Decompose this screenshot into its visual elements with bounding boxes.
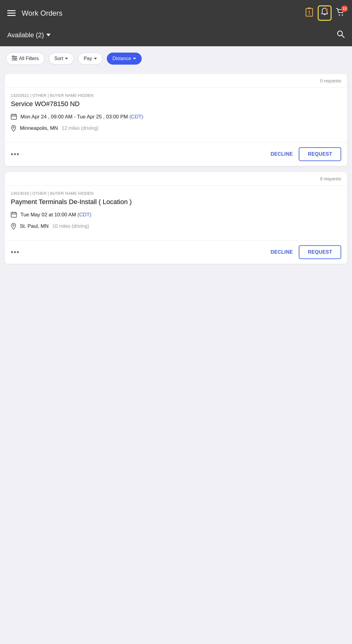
card-date-detail-2: Tue May 02 at 10:00 AM (CDT): [11, 211, 341, 219]
card-date-detail-1: Mon Apr 24 , 09:00 AM - Tue Apr 25 , 03:…: [11, 113, 341, 121]
calendar-icon-2: [11, 212, 17, 219]
chevron-down-icon: [46, 34, 51, 36]
alert-button[interactable]: [305, 7, 313, 19]
svg-rect-15: [11, 114, 17, 119]
work-orders-list: 0 requests 13202621 | OTHER | BUYER NAME…: [0, 71, 352, 271]
card-actions-2: ••• DECLINE REQUEST: [5, 240, 347, 264]
request-button-2[interactable]: REQUEST: [299, 245, 341, 259]
card-date-text-1: Mon Apr 24 , 09:00 AM - Tue Apr 25 , 03:…: [20, 113, 143, 121]
distance-button[interactable]: Distance: [107, 53, 142, 65]
header-actions: 13: [305, 5, 345, 21]
svg-point-6: [342, 14, 343, 16]
card-title-2: Payment Terminals De-Install ( Location …: [11, 198, 341, 206]
request-button-1[interactable]: REQUEST: [299, 147, 341, 161]
requests-count-2: 8 requests: [5, 172, 347, 186]
all-filters-button[interactable]: All Filters: [6, 52, 45, 65]
page-title: Work Orders: [22, 9, 63, 17]
more-options-button-2[interactable]: •••: [11, 248, 20, 256]
requests-label-2: 8 requests: [320, 176, 341, 181]
svg-point-12: [13, 56, 14, 57]
sub-header: Available (2): [0, 26, 352, 46]
sort-label: Sort: [54, 56, 63, 61]
pay-chevron-icon: [94, 58, 97, 60]
location-icon-1: [11, 125, 16, 133]
app-header: Work Orders: [0, 0, 352, 26]
decline-button-1[interactable]: DECLINE: [264, 148, 299, 160]
svg-point-24: [13, 225, 14, 226]
svg-point-3: [309, 14, 310, 15]
location-icon-2: [11, 223, 16, 231]
card-body-2: 13014018 | OTHER | BUYER NAME HIDDEN Pay…: [5, 186, 347, 240]
sort-chevron-icon: [65, 58, 68, 60]
distance-label: Distance: [113, 56, 131, 61]
filter-bar: All Filters Sort Pay Distance: [0, 46, 352, 71]
pay-button[interactable]: Pay: [78, 53, 103, 65]
alert-icon: [305, 7, 313, 19]
more-options-button-1[interactable]: •••: [11, 150, 20, 158]
card-date-text-2: Tue May 02 at 10:00 AM (CDT): [20, 211, 91, 218]
pay-label: Pay: [84, 56, 92, 61]
svg-point-4: [326, 8, 328, 11]
card-location-text-2: St. Paul, MN 10 miles (driving): [20, 223, 89, 230]
bell-icon: [320, 8, 329, 19]
card-location-detail-2: St. Paul, MN 10 miles (driving): [11, 223, 341, 231]
card-meta-2: 13014018 | OTHER | BUYER NAME HIDDEN: [11, 191, 341, 196]
svg-rect-1: [308, 8, 311, 9]
work-order-card-2: 8 requests 13014018 | OTHER | BUYER NAME…: [5, 172, 347, 264]
sort-button[interactable]: Sort: [49, 53, 74, 65]
hamburger-menu-button[interactable]: [7, 10, 16, 16]
card-location-text-1: Minneapolis, MN 12 miles (driving): [20, 125, 98, 132]
distance-chevron-icon: [133, 58, 136, 60]
card-actions-1: ••• DECLINE REQUEST: [5, 142, 347, 166]
notifications-button[interactable]: [318, 5, 332, 21]
requests-count-1: 0 requests: [5, 74, 347, 88]
svg-point-19: [13, 127, 14, 128]
svg-rect-20: [11, 212, 17, 217]
sliders-icon: [12, 56, 17, 62]
calendar-icon-1: [11, 114, 17, 121]
svg-point-13: [15, 58, 17, 59]
header-left: Work Orders: [7, 9, 63, 17]
search-icon: [336, 30, 345, 38]
card-meta-1: 13202621 | OTHER | BUYER NAME HIDDEN: [11, 93, 341, 98]
svg-point-5: [339, 14, 340, 16]
all-filters-label: All Filters: [19, 56, 39, 61]
svg-point-14: [13, 60, 15, 61]
svg-line-8: [342, 35, 344, 38]
cart-button[interactable]: 13: [336, 8, 345, 18]
cart-badge: 13: [341, 5, 348, 12]
card-body-1: 13202621 | OTHER | BUYER NAME HIDDEN Ser…: [5, 88, 347, 142]
work-order-card-1: 0 requests 13202621 | OTHER | BUYER NAME…: [5, 74, 347, 166]
requests-label-1: 0 requests: [320, 78, 341, 83]
available-filter-dropdown[interactable]: Available (2): [7, 31, 51, 39]
available-label: Available (2): [7, 31, 44, 39]
card-location-detail-1: Minneapolis, MN 12 miles (driving): [11, 125, 341, 133]
search-button[interactable]: [336, 30, 345, 40]
card-title-1: Service WO#78150 ND: [11, 100, 341, 108]
decline-button-2[interactable]: DECLINE: [264, 246, 299, 258]
